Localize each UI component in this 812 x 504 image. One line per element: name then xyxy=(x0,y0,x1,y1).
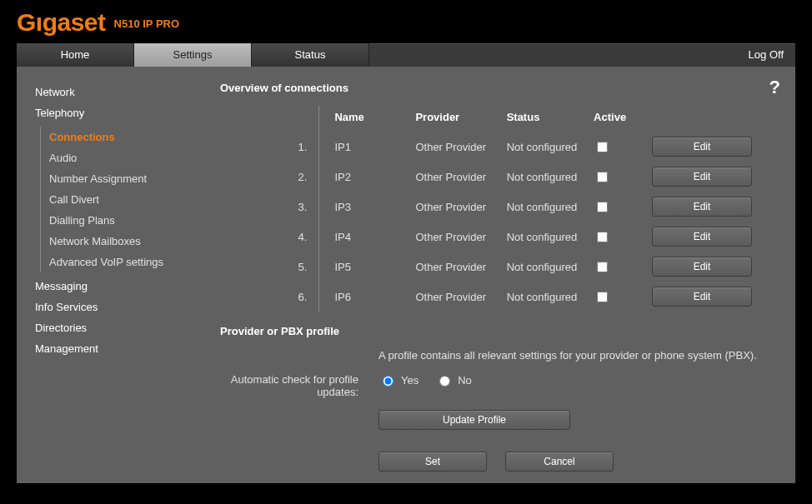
sidebar-item-call-divert[interactable]: Call Divert xyxy=(49,189,192,210)
row-active xyxy=(587,192,645,222)
sidebar-item-number-assignment[interactable]: Number Assignment xyxy=(49,168,192,189)
edit-button[interactable]: Edit xyxy=(652,257,752,277)
set-button[interactable]: Set xyxy=(378,452,487,472)
tab-status[interactable]: Status xyxy=(252,43,369,67)
top-nav: Home Settings Status Log Off xyxy=(17,43,795,67)
row-status: Not configured xyxy=(500,132,587,162)
sidebar-item-dialling-plans[interactable]: Dialling Plans xyxy=(49,210,192,231)
row-status: Not configured xyxy=(500,192,587,222)
sidebar-subgroup-telephony: Connections Audio Number Assignment Call… xyxy=(40,127,192,272)
row-number: 5. xyxy=(192,252,319,282)
active-checkbox[interactable] xyxy=(597,172,608,182)
table-row: 1. IP1 Other Provider Not configured Edi… xyxy=(192,132,759,162)
sidebar-item-info-services[interactable]: Info Services xyxy=(35,297,192,317)
row-active xyxy=(587,282,645,312)
row-number: 6. xyxy=(192,282,319,312)
row-name: IP4 xyxy=(319,222,409,252)
sidebar-item-connections[interactable]: Connections xyxy=(49,127,192,147)
help-icon[interactable]: ? xyxy=(769,77,780,98)
logoff-link[interactable]: Log Off xyxy=(737,43,795,67)
table-row: 4. IP4 Other Provider Not configured Edi… xyxy=(192,222,759,252)
edit-button[interactable]: Edit xyxy=(652,227,752,247)
active-checkbox[interactable] xyxy=(597,232,608,242)
section-profile-title: Provider or PBX profile xyxy=(220,325,775,337)
row-status: Not configured xyxy=(500,282,587,312)
col-spacer xyxy=(192,106,319,132)
edit-button[interactable]: Edit xyxy=(652,167,752,187)
update-profile-button[interactable]: Update Profile xyxy=(378,410,570,430)
sidebar-item-network-mailboxes[interactable]: Network Mailboxes xyxy=(49,231,192,252)
tab-settings[interactable]: Settings xyxy=(134,43,252,67)
product-name: N510 IP PRO xyxy=(114,17,180,30)
row-name: IP3 xyxy=(319,192,409,222)
edit-button[interactable]: Edit xyxy=(652,287,752,307)
row-number: 3. xyxy=(192,192,319,222)
profile-hint-row: A profile contains all relevant settings… xyxy=(192,349,775,362)
sidebar-item-messaging[interactable]: Messaging xyxy=(35,276,192,297)
auto-update-label: Automatic check for profile updates: xyxy=(192,373,378,398)
radio-no-input[interactable] xyxy=(439,376,450,387)
active-checkbox[interactable] xyxy=(597,292,608,302)
active-checkbox[interactable] xyxy=(597,202,608,212)
table-row: 3. IP3 Other Provider Not configured Edi… xyxy=(192,192,759,222)
col-status: Status xyxy=(500,106,587,132)
profile-hint: A profile contains all relevant settings… xyxy=(378,349,775,362)
table-row: 2. IP2 Other Provider Not configured Edi… xyxy=(192,162,759,192)
sidebar: Network Telephony Connections Audio Numb… xyxy=(17,67,192,483)
row-provider: Other Provider xyxy=(409,162,499,192)
row-provider: Other Provider xyxy=(409,132,499,162)
col-active: Active xyxy=(587,106,645,132)
sidebar-item-telephony[interactable]: Telephony xyxy=(35,102,192,123)
brand-logo: Gıgaset xyxy=(17,8,106,37)
col-provider: Provider xyxy=(409,106,499,132)
row-active xyxy=(587,132,645,162)
page-body: Network Telephony Connections Audio Numb… xyxy=(17,67,795,483)
row-number: 1. xyxy=(192,132,319,162)
connections-table: Name Provider Status Active 1. IP1 Other… xyxy=(192,106,759,312)
table-header-row: Name Provider Status Active xyxy=(192,106,759,132)
radio-no-label: No xyxy=(458,374,472,387)
edit-button[interactable]: Edit xyxy=(652,197,752,217)
update-profile-row: Update Profile xyxy=(192,410,775,430)
active-checkbox[interactable] xyxy=(597,262,608,272)
radio-no[interactable]: No xyxy=(435,373,472,387)
row-provider: Other Provider xyxy=(409,252,499,282)
sidebar-item-management[interactable]: Management xyxy=(35,338,192,359)
table-row: 5. IP5 Other Provider Not configured Edi… xyxy=(192,252,759,282)
cancel-button[interactable]: Cancel xyxy=(505,452,614,472)
row-active xyxy=(587,162,645,192)
row-provider: Other Provider xyxy=(409,192,499,222)
col-name: Name xyxy=(319,106,409,132)
row-status: Not configured xyxy=(500,162,587,192)
form-buttons: Set Cancel xyxy=(378,452,775,472)
tab-home[interactable]: Home xyxy=(17,43,134,67)
row-number: 4. xyxy=(192,222,319,252)
radio-yes-input[interactable] xyxy=(383,376,393,387)
nav-spacer xyxy=(369,43,737,67)
col-action xyxy=(645,106,759,132)
sidebar-item-audio[interactable]: Audio xyxy=(49,147,192,168)
active-checkbox[interactable] xyxy=(597,142,608,152)
content-area: ? Overview of connections Name Provider … xyxy=(192,67,795,483)
sidebar-item-network[interactable]: Network xyxy=(35,82,192,102)
row-name: IP6 xyxy=(319,282,409,312)
row-number: 2. xyxy=(192,162,319,192)
table-row: 6. IP6 Other Provider Not configured Edi… xyxy=(192,282,759,312)
row-name: IP2 xyxy=(319,162,409,192)
radio-yes-label: Yes xyxy=(401,374,419,387)
row-provider: Other Provider xyxy=(409,282,499,312)
row-status: Not configured xyxy=(500,222,587,252)
sidebar-item-directories[interactable]: Directories xyxy=(35,317,192,338)
header: Gıgaset N510 IP PRO xyxy=(0,0,812,43)
section-overview-title: Overview of connections xyxy=(220,82,775,94)
edit-button[interactable]: Edit xyxy=(652,137,752,157)
auto-update-row: Automatic check for profile updates: Yes… xyxy=(192,373,775,398)
radio-yes[interactable]: Yes xyxy=(378,373,419,387)
sidebar-item-advanced-voip[interactable]: Advanced VoIP settings xyxy=(49,252,192,272)
row-provider: Other Provider xyxy=(409,222,499,252)
row-name: IP5 xyxy=(319,252,409,282)
row-active xyxy=(587,222,645,252)
row-status: Not configured xyxy=(500,252,587,282)
row-name: IP1 xyxy=(319,132,409,162)
row-active xyxy=(587,252,645,282)
